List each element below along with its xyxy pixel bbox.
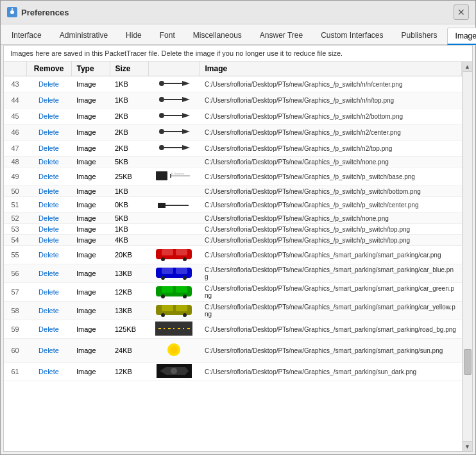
- delete-button[interactable]: Delete: [38, 236, 59, 244]
- close-button[interactable]: ✕: [454, 4, 469, 20]
- row-num: 60: [4, 339, 26, 363]
- row-remove-cell: Delete: [26, 363, 71, 381]
- row-image-path: C:/Users/rofloria/Desktop/PTs/new/Graphi…: [200, 213, 462, 224]
- row-preview: [148, 246, 200, 264]
- delete-button[interactable]: Delete: [38, 225, 59, 233]
- delete-button[interactable]: Delete: [38, 270, 59, 277]
- scroll-thumb[interactable]: [464, 349, 472, 375]
- row-image-path: C:/Users/rofloria/Desktop/PTs/new/Graphi…: [200, 124, 462, 141]
- row-type: Image: [71, 283, 110, 302]
- info-message: Images here are saved in this PacketTrac…: [4, 46, 472, 62]
- delete-button[interactable]: Delete: [38, 112, 59, 120]
- row-num: 45: [4, 108, 26, 124]
- row-type: Image: [71, 92, 110, 108]
- tab-hide[interactable]: Hide: [117, 27, 150, 44]
- delete-button[interactable]: Delete: [38, 325, 59, 333]
- content-area: Images here are saved in this PacketTrac…: [3, 45, 473, 452]
- tab-interface[interactable]: Interface: [3, 27, 50, 44]
- row-num: 48: [4, 157, 26, 167]
- row-num: 46: [4, 124, 26, 141]
- row-remove-cell: Delete: [26, 264, 71, 283]
- row-image-path: C:/Users/rofloria/Desktop/PTs/new/Graphi…: [200, 235, 462, 246]
- row-preview: [148, 141, 200, 157]
- tab-miscellaneous[interactable]: Miscellaneous: [185, 27, 250, 44]
- col-header-type: Type: [71, 62, 110, 76]
- table-row: 52 Delete Image 5KB C:/Users/rofloria/De…: [4, 213, 462, 224]
- row-preview: [148, 235, 200, 246]
- svg-point-43: [183, 313, 187, 317]
- delete-button[interactable]: Delete: [38, 173, 59, 180]
- row-image-path: C:/Users/rofloria/Desktop/PTs/new/Graphi…: [200, 224, 462, 235]
- svg-rect-26: [176, 249, 187, 255]
- row-num: 52: [4, 213, 26, 224]
- row-remove-cell: Delete: [26, 339, 71, 363]
- row-preview: [148, 197, 200, 213]
- row-type: Image: [71, 124, 110, 141]
- svg-rect-41: [176, 305, 187, 311]
- row-image-path: C:/Users/rofloria/Desktop/PTs/new/Graphi…: [200, 320, 462, 339]
- svg-point-15: [159, 145, 164, 150]
- row-type: Image: [71, 197, 110, 213]
- tab-font[interactable]: Font: [151, 27, 183, 44]
- tab-custom-interfaces[interactable]: Custom Interfaces: [312, 27, 391, 44]
- table-row: 46 Delete Image 2KB C:/Users/rofloria/De…: [4, 124, 462, 141]
- row-size: 12KB: [110, 363, 148, 381]
- row-size: 13KB: [110, 302, 148, 320]
- row-preview: [148, 157, 200, 167]
- row-size: 20KB: [110, 246, 148, 264]
- svg-rect-25: [162, 249, 173, 255]
- preferences-window: Preferences ✕ Interface Administrative H…: [0, 0, 476, 455]
- table-row: 50 Delete Image 1KB C:/Users/rofloria/De…: [4, 186, 462, 197]
- window-title: Preferences: [21, 8, 69, 17]
- row-preview: To Distance: [148, 167, 200, 186]
- row-remove-cell: Delete: [26, 320, 71, 339]
- row-size: 4KB: [110, 235, 148, 246]
- tab-publishers[interactable]: Publishers: [393, 27, 446, 44]
- delete-button[interactable]: Delete: [38, 251, 59, 259]
- delete-button[interactable]: Delete: [38, 214, 59, 222]
- row-type: Image: [71, 363, 110, 381]
- table-row: 48 Delete Image 5KB C:/Users/rofloria/De…: [4, 157, 462, 167]
- image-table-container[interactable]: Remove Type Size Image 43 Delete Image 1…: [4, 62, 462, 451]
- scroll-down-btn[interactable]: ▼: [463, 441, 472, 451]
- svg-marker-17: [182, 145, 190, 150]
- scrollbar[interactable]: ▲ ▼: [462, 62, 472, 451]
- row-type: Image: [71, 186, 110, 197]
- table-row: 53 Delete Image 1KB C:/Users/rofloria/De…: [4, 224, 462, 235]
- table-row: 43 Delete Image 1KB C:/Users/rofloria/De…: [4, 76, 462, 92]
- row-image-path: C:/Users/rofloria/Desktop/PTs/new/Graphi…: [200, 157, 462, 167]
- row-image-path: C:/Users/rofloria/Desktop/PTs/new/Graphi…: [200, 246, 462, 264]
- row-image-path: C:/Users/rofloria/Desktop/PTs/new/Graphi…: [200, 167, 462, 186]
- row-size: 2KB: [110, 108, 148, 124]
- delete-button[interactable]: Delete: [38, 187, 59, 195]
- svg-point-50: [170, 346, 178, 354]
- delete-button[interactable]: Delete: [38, 158, 59, 166]
- row-image-path: C:/Users/rofloria/Desktop/PTs/new/Graphi…: [200, 186, 462, 197]
- row-num: 54: [4, 235, 26, 246]
- svg-point-33: [183, 276, 187, 280]
- table-row: 45 Delete Image 2KB C:/Users/rofloria/De…: [4, 108, 462, 124]
- row-remove-cell: Delete: [26, 235, 71, 246]
- tab-answer-tree[interactable]: Answer Tree: [251, 27, 311, 44]
- tab-administrative[interactable]: Administrative: [51, 27, 116, 44]
- tab-image-cleanup[interactable]: Image Cleanup: [447, 28, 476, 45]
- table-row: 57 Delete Image 12KB C:/Users/rofloria/D…: [4, 283, 462, 302]
- app-icon: [7, 7, 17, 17]
- delete-button[interactable]: Delete: [38, 368, 59, 375]
- row-remove-cell: Delete: [26, 92, 71, 108]
- delete-button[interactable]: Delete: [38, 144, 59, 152]
- scroll-up-btn[interactable]: ▲: [463, 62, 472, 72]
- delete-button[interactable]: Delete: [38, 307, 59, 314]
- delete-button[interactable]: Delete: [38, 96, 59, 104]
- delete-button[interactable]: Delete: [38, 128, 59, 136]
- row-size: 1KB: [110, 92, 148, 108]
- row-remove-cell: Delete: [26, 186, 71, 197]
- row-type: Image: [71, 224, 110, 235]
- delete-button[interactable]: Delete: [38, 80, 59, 88]
- delete-button[interactable]: Delete: [38, 201, 59, 209]
- row-remove-cell: Delete: [26, 76, 71, 92]
- delete-button[interactable]: Delete: [38, 347, 59, 354]
- delete-button[interactable]: Delete: [38, 288, 59, 296]
- row-num: 53: [4, 224, 26, 235]
- col-header-size: Size: [110, 62, 148, 76]
